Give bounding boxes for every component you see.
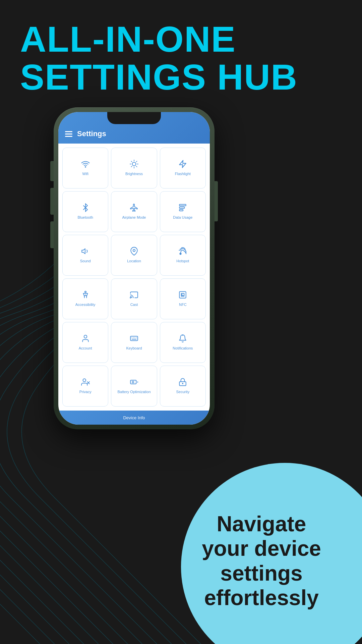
- setting-airplane-mode[interactable]: Airplane Mode: [111, 191, 157, 232]
- data-usage-label: Data Usage: [173, 215, 192, 220]
- wifi-icon: [81, 160, 90, 170]
- security-icon: [178, 378, 187, 388]
- svg-point-19: [130, 298, 131, 298]
- airplane-icon: [130, 203, 138, 213]
- svg-rect-12: [180, 207, 185, 208]
- tagline: Navigate your device settings effortless…: [174, 512, 349, 610]
- svg-line-4: [131, 161, 132, 162]
- notifications-label: Notifications: [173, 346, 193, 351]
- sound-label: Sound: [80, 259, 91, 263]
- svg-rect-20: [180, 292, 186, 299]
- setting-account[interactable]: Account: [62, 322, 108, 363]
- phone-mockup: Settings Wifi: [54, 107, 215, 429]
- svg-point-15: [133, 250, 135, 252]
- setting-nfc[interactable]: NFC: [160, 278, 206, 319]
- cast-icon: [130, 290, 138, 301]
- accessibility-icon: [81, 290, 90, 301]
- svg-line-17: [181, 251, 181, 253]
- setting-battery[interactable]: Battery Optimization: [111, 366, 157, 407]
- tagline-line2: your device: [202, 536, 321, 560]
- svg-point-0: [85, 167, 86, 167]
- location-icon: [130, 247, 138, 257]
- accessibility-label: Accessibility: [75, 303, 96, 307]
- privacy-icon: [81, 378, 90, 388]
- setting-keyboard[interactable]: Keyboard: [111, 322, 157, 363]
- keyboard-icon: [130, 334, 138, 344]
- setting-location[interactable]: Location: [111, 235, 157, 276]
- setting-wifi[interactable]: Wifi: [62, 148, 108, 189]
- airplane-mode-label: Airplane Mode: [122, 215, 146, 220]
- keyboard-label: Keyboard: [126, 346, 142, 351]
- svg-point-24: [83, 379, 86, 382]
- tagline-line4: effortlessly: [204, 586, 318, 610]
- data-usage-icon: [178, 203, 187, 213]
- battery-icon: [130, 378, 138, 388]
- setting-flashlight[interactable]: Flashlight: [160, 148, 206, 189]
- hamburger-icon[interactable]: [65, 131, 72, 137]
- sound-icon: [81, 247, 90, 257]
- bluetooth-label: Bluetooth: [77, 215, 93, 220]
- svg-point-18: [84, 291, 86, 293]
- brightness-label: Brightness: [125, 172, 143, 176]
- nfc-icon: [178, 290, 187, 301]
- tagline-line1: Navigate: [217, 512, 306, 536]
- svg-marker-10: [180, 161, 186, 168]
- security-label: Security: [176, 390, 189, 394]
- wifi-label: Wifi: [82, 172, 88, 176]
- privacy-label: Privacy: [79, 390, 92, 394]
- phone-notch: [107, 112, 161, 124]
- setting-bluetooth[interactable]: Bluetooth: [62, 191, 108, 232]
- setting-hotspot[interactable]: Hotspot: [160, 235, 206, 276]
- svg-point-1: [132, 162, 136, 166]
- svg-line-5: [136, 166, 137, 167]
- svg-point-31: [182, 383, 183, 384]
- cast-label: Cast: [130, 303, 138, 307]
- svg-line-9: [136, 161, 137, 162]
- svg-rect-13: [180, 210, 183, 211]
- nfc-label: NFC: [179, 303, 187, 307]
- svg-rect-22: [130, 336, 138, 341]
- bottom-bar-label: Device Info: [123, 415, 145, 420]
- setting-cast[interactable]: Cast: [111, 278, 157, 319]
- account-icon: [81, 334, 90, 344]
- brightness-icon: [130, 160, 138, 170]
- svg-line-8: [131, 166, 132, 167]
- svg-marker-14: [82, 249, 85, 254]
- headline: ALL-IN-ONE SETTINGS HUB: [20, 20, 298, 96]
- setting-privacy[interactable]: Privacy: [62, 366, 108, 407]
- hotspot-label: Hotspot: [176, 259, 189, 263]
- setting-security[interactable]: Security: [160, 366, 206, 407]
- setting-brightness[interactable]: Brightness: [111, 148, 157, 189]
- settings-grid: Wifi Brightness Flashlight: [58, 144, 210, 411]
- location-label: Location: [127, 259, 141, 263]
- svg-rect-11: [180, 205, 186, 206]
- app-title: Settings: [77, 129, 106, 138]
- hotspot-icon: [178, 247, 187, 257]
- setting-accessibility[interactable]: Accessibility: [62, 278, 108, 319]
- flashlight-label: Flashlight: [175, 172, 191, 176]
- bluetooth-icon: [81, 203, 90, 213]
- flashlight-icon: [178, 160, 187, 170]
- bottom-bar[interactable]: Device Info: [58, 411, 210, 425]
- setting-sound[interactable]: Sound: [62, 235, 108, 276]
- headline-line2: SETTINGS HUB: [20, 58, 298, 96]
- svg-point-21: [84, 335, 87, 338]
- notifications-icon: [178, 334, 187, 344]
- account-label: Account: [79, 346, 92, 351]
- tagline-line3: settings: [220, 561, 302, 585]
- battery-label: Battery Optimization: [117, 390, 150, 394]
- headline-line1: ALL-IN-ONE: [20, 20, 298, 58]
- setting-notifications[interactable]: Notifications: [160, 322, 206, 363]
- setting-data-usage[interactable]: Data Usage: [160, 191, 206, 232]
